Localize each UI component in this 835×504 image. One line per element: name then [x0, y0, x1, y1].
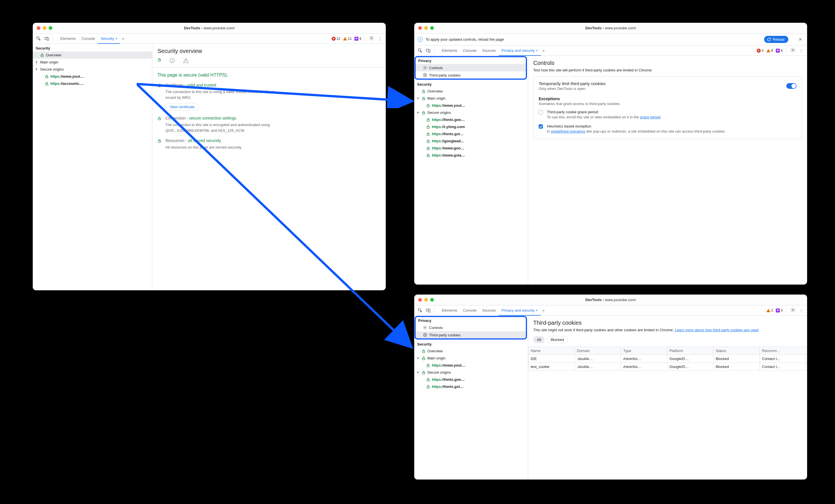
table-header[interactable]: Status: [713, 347, 760, 355]
tab-console[interactable]: Console: [460, 45, 480, 56]
sidebar-item-overview[interactable]: Overview: [33, 51, 152, 59]
tab-console[interactable]: Console: [460, 306, 480, 315]
sidebar-item-third-party-cookies[interactable]: Third-party cookies: [415, 331, 526, 339]
learn-more-link[interactable]: Learn more about how third-party cookies…: [675, 328, 758, 332]
status-counters[interactable]: ✕3 8 ⚑4: [757, 49, 784, 52]
warning-count[interactable]: 8: [767, 49, 773, 52]
view-certificate-button[interactable]: View certificate: [165, 103, 199, 111]
sidebar-item-third-party-cookies[interactable]: Third-party cookies: [415, 71, 526, 79]
sidebar-origin-item[interactable]: https://www.goo…: [414, 145, 528, 152]
tab-sources[interactable]: Sources: [480, 306, 499, 315]
predefined-scenarios-link[interactable]: predefined scenarios: [551, 129, 585, 133]
svg-rect-43: [423, 358, 425, 360]
more-tabs-button[interactable]: »: [120, 37, 125, 41]
sidebar-item-secure-origins[interactable]: ▼ Secure origins: [414, 109, 528, 116]
sidebar-item-overview[interactable]: Overview: [414, 88, 528, 95]
tab-console[interactable]: Console: [79, 34, 98, 44]
reload-button[interactable]: Reload: [764, 36, 788, 43]
sidebar-origin-item[interactable]: https://fonts.goo…: [414, 116, 528, 123]
status-counters[interactable]: 2 ⚑3: [767, 309, 784, 313]
warning-count[interactable]: 11: [343, 37, 352, 41]
issue-count[interactable]: ⚑3: [776, 309, 782, 313]
device-icon[interactable]: [425, 47, 432, 54]
inspect-icon[interactable]: [35, 35, 42, 42]
table-header[interactable]: Recomm…: [759, 347, 806, 355]
filter-all-chip[interactable]: All: [533, 336, 545, 343]
kebab-menu-icon[interactable]: ⋮: [376, 37, 384, 41]
grace-period-checkbox[interactable]: [538, 110, 543, 114]
sidebar-item-overview[interactable]: Overview: [414, 348, 528, 355]
issue-count[interactable]: ⚑4: [354, 37, 361, 41]
sidebar-origin-item[interactable]: https://accounts.…: [33, 80, 152, 87]
sidebar-item-controls[interactable]: Controls: [415, 64, 526, 71]
status-counters[interactable]: ✕12 11 ⚑4: [332, 37, 362, 41]
maximize-window-button[interactable]: [430, 298, 434, 302]
sidebar-origin-item[interactable]: https://fonts.gst…: [414, 130, 528, 138]
table-header[interactable]: Platform: [667, 347, 713, 355]
sidebar-item-controls[interactable]: Controls: [415, 324, 526, 331]
sidebar-origin-item[interactable]: https://www.yout…: [414, 102, 528, 109]
close-icon[interactable]: ×: [536, 308, 538, 313]
toolbar: Elements Console Sources Privacy and sec…: [414, 306, 807, 316]
device-icon[interactable]: [425, 307, 432, 314]
lock-icon: [158, 83, 161, 111]
sidebar-origin-item[interactable]: https://www.gsta…: [414, 152, 528, 159]
tab-privacy-security[interactable]: Privacy and security×: [499, 306, 541, 316]
table-header[interactable]: Domain: [574, 347, 621, 355]
grace-period-link[interactable]: grace period: [640, 115, 660, 119]
traffic-lights[interactable]: [418, 26, 434, 30]
sidebar-item-main-origin[interactable]: ▼Main origin: [33, 59, 152, 66]
close-banner-button[interactable]: ×: [797, 36, 804, 43]
tab-elements[interactable]: Elements: [58, 34, 79, 44]
maximize-window-button[interactable]: [49, 26, 53, 30]
table-row[interactable]: IDE.double…Advertisi…Google/D…BlockedCon…: [528, 355, 806, 363]
svg-rect-44: [427, 365, 429, 367]
kebab-menu-icon[interactable]: ⋮: [798, 48, 805, 52]
sidebar-item-main-origin[interactable]: ▼ Main origin: [414, 95, 528, 102]
tab-elements[interactable]: Elements: [439, 306, 460, 315]
close-window-button[interactable]: [418, 298, 422, 302]
tab-security[interactable]: Security×: [98, 34, 120, 44]
inspect-icon[interactable]: [416, 47, 424, 54]
table-header[interactable]: Name: [528, 347, 575, 355]
sidebar-origin-item[interactable]: https://fonts.gst…: [414, 383, 528, 390]
filter-blocked-chip[interactable]: Blocked: [547, 336, 567, 343]
table-header[interactable]: Type: [621, 347, 667, 355]
error-count[interactable]: ✕3: [757, 49, 763, 52]
limit-cookies-toggle[interactable]: [786, 83, 797, 89]
kebab-menu-icon[interactable]: ⋮: [798, 308, 805, 313]
traffic-lights[interactable]: [37, 26, 53, 30]
issue-count[interactable]: ⚑4: [776, 49, 782, 52]
heuristics-checkbox[interactable]: [538, 124, 543, 129]
close-window-button[interactable]: [37, 26, 40, 30]
sidebar-origin-item[interactable]: https://www.yout…: [33, 73, 152, 80]
sidebar-origin-item[interactable]: https://i.ytimg.com: [414, 123, 528, 130]
settings-icon[interactable]: [789, 47, 797, 54]
sidebar-item-secure-origins[interactable]: ▼Secure origins: [33, 66, 152, 73]
settings-icon[interactable]: [789, 307, 797, 313]
warning-count[interactable]: 2: [767, 309, 773, 313]
close-window-button[interactable]: [418, 26, 422, 30]
tab-elements[interactable]: Elements: [439, 45, 460, 56]
sidebar-origin-item[interactable]: https://www.yout…: [414, 362, 528, 369]
sidebar-item-main-origin[interactable]: ▼ Main origin: [414, 355, 528, 362]
tab-sources[interactable]: Sources: [480, 45, 499, 56]
traffic-lights[interactable]: [418, 298, 434, 302]
close-icon[interactable]: ×: [536, 48, 538, 52]
sidebar-origin-item[interactable]: https://fonts.goo…: [414, 376, 528, 383]
inspect-icon[interactable]: [416, 307, 424, 314]
minimize-window-button[interactable]: [424, 298, 428, 302]
more-tabs-button[interactable]: »: [541, 308, 546, 313]
close-icon[interactable]: ×: [115, 37, 118, 41]
more-tabs-button[interactable]: »: [541, 48, 546, 52]
error-count[interactable]: ✕12: [332, 37, 340, 41]
maximize-window-button[interactable]: [430, 26, 434, 30]
sidebar-item-secure-origins[interactable]: ▼ Secure origins: [414, 369, 528, 376]
sidebar-origin-item[interactable]: https://googlead…: [414, 138, 528, 145]
minimize-window-button[interactable]: [424, 26, 428, 30]
tab-privacy-security[interactable]: Privacy and security×: [499, 46, 541, 56]
minimize-window-button[interactable]: [43, 26, 46, 30]
settings-icon[interactable]: [367, 36, 376, 42]
device-icon[interactable]: [43, 35, 50, 42]
table-row[interactable]: test_cookie.double…Advertisi…Google/D…Bl…: [528, 363, 806, 371]
